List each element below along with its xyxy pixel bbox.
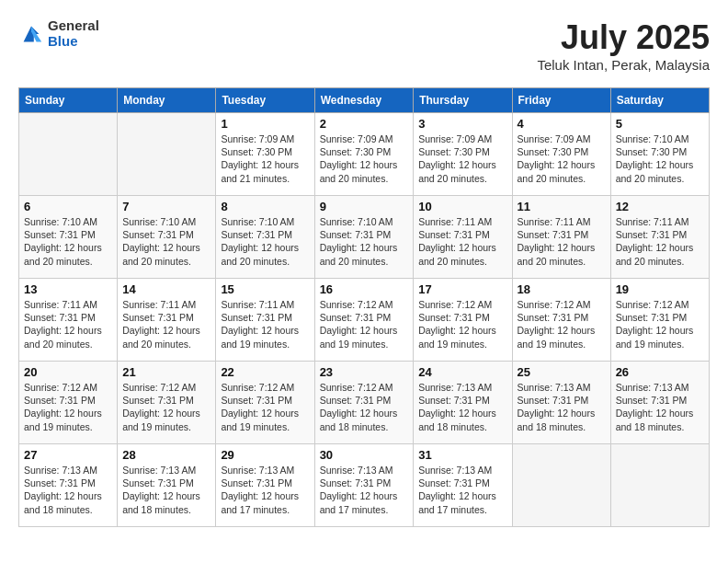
day-info: Sunrise: 7:13 AM Sunset: 7:31 PM Dayligh… [418, 464, 506, 516]
calendar-cell: 28Sunrise: 7:13 AM Sunset: 7:31 PM Dayli… [118, 444, 216, 527]
day-info: Sunrise: 7:11 AM Sunset: 7:31 PM Dayligh… [616, 215, 704, 268]
calendar-cell: 18Sunrise: 7:12 AM Sunset: 7:31 PM Dayli… [512, 279, 610, 362]
calendar-cell: 7Sunrise: 7:10 AM Sunset: 7:31 PM Daylig… [118, 196, 216, 279]
day-info: Sunrise: 7:13 AM Sunset: 7:31 PM Dayligh… [24, 464, 112, 516]
calendar-week-row: 27Sunrise: 7:13 AM Sunset: 7:31 PM Dayli… [19, 444, 710, 527]
day-number: 5 [616, 117, 704, 131]
day-info: Sunrise: 7:10 AM Sunset: 7:31 PM Dayligh… [221, 215, 309, 268]
weekday-header-sunday: Sunday [19, 88, 118, 113]
day-number: 18 [518, 282, 606, 296]
day-number: 12 [616, 200, 704, 213]
calendar-cell: 4Sunrise: 7:09 AM Sunset: 7:30 PM Daylig… [512, 113, 610, 196]
day-number: 9 [320, 200, 409, 213]
day-number: 3 [418, 117, 506, 131]
day-number: 7 [122, 200, 210, 213]
day-number: 6 [24, 200, 112, 213]
calendar-cell: 16Sunrise: 7:12 AM Sunset: 7:31 PM Dayli… [314, 279, 414, 362]
calendar-cell [19, 113, 118, 196]
calendar-cell: 31Sunrise: 7:13 AM Sunset: 7:31 PM Dayli… [414, 444, 512, 527]
day-number: 19 [616, 282, 704, 296]
calendar-week-row: 6Sunrise: 7:10 AM Sunset: 7:31 PM Daylig… [19, 196, 710, 279]
calendar-cell: 2Sunrise: 7:09 AM Sunset: 7:30 PM Daylig… [314, 113, 414, 196]
weekday-header-friday: Friday [512, 88, 610, 113]
day-info: Sunrise: 7:12 AM Sunset: 7:31 PM Dayligh… [221, 381, 309, 433]
calendar-cell: 13Sunrise: 7:11 AM Sunset: 7:31 PM Dayli… [19, 279, 118, 362]
day-number: 24 [418, 365, 506, 379]
day-number: 2 [320, 117, 409, 131]
day-info: Sunrise: 7:10 AM Sunset: 7:30 PM Dayligh… [616, 132, 704, 185]
calendar-cell: 20Sunrise: 7:12 AM Sunset: 7:31 PM Dayli… [19, 362, 118, 444]
day-info: Sunrise: 7:10 AM Sunset: 7:31 PM Dayligh… [320, 215, 409, 268]
day-info: Sunrise: 7:12 AM Sunset: 7:31 PM Dayligh… [418, 298, 506, 350]
calendar-cell: 15Sunrise: 7:11 AM Sunset: 7:31 PM Dayli… [216, 279, 314, 362]
day-info: Sunrise: 7:09 AM Sunset: 7:30 PM Dayligh… [518, 132, 606, 185]
day-number: 11 [518, 200, 606, 213]
calendar-table: SundayMondayTuesdayWednesdayThursdayFrid… [18, 87, 710, 527]
calendar-cell: 24Sunrise: 7:13 AM Sunset: 7:31 PM Dayli… [414, 362, 512, 444]
day-number: 30 [320, 448, 409, 462]
calendar-cell: 25Sunrise: 7:13 AM Sunset: 7:31 PM Dayli… [512, 362, 610, 444]
title-area: July 2025 Teluk Intan, Perak, Malaysia [537, 18, 710, 73]
calendar-cell: 17Sunrise: 7:12 AM Sunset: 7:31 PM Dayli… [414, 279, 512, 362]
day-number: 14 [122, 282, 210, 296]
day-info: Sunrise: 7:13 AM Sunset: 7:31 PM Dayligh… [418, 381, 506, 433]
month-title: July 2025 [537, 18, 710, 57]
day-number: 4 [518, 117, 606, 131]
day-number: 22 [221, 365, 309, 379]
calendar-week-row: 1Sunrise: 7:09 AM Sunset: 7:30 PM Daylig… [19, 113, 710, 196]
day-number: 16 [320, 282, 409, 296]
calendar-cell [118, 113, 216, 196]
day-info: Sunrise: 7:12 AM Sunset: 7:31 PM Dayligh… [616, 298, 704, 350]
calendar-cell: 10Sunrise: 7:11 AM Sunset: 7:31 PM Dayli… [414, 196, 512, 279]
day-info: Sunrise: 7:11 AM Sunset: 7:31 PM Dayligh… [221, 298, 309, 350]
calendar-cell: 30Sunrise: 7:13 AM Sunset: 7:31 PM Dayli… [314, 444, 414, 527]
weekday-header-row: SundayMondayTuesdayWednesdayThursdayFrid… [19, 88, 710, 113]
calendar-cell: 5Sunrise: 7:10 AM Sunset: 7:30 PM Daylig… [610, 113, 709, 196]
calendar-cell: 8Sunrise: 7:10 AM Sunset: 7:31 PM Daylig… [216, 196, 314, 279]
calendar-week-row: 13Sunrise: 7:11 AM Sunset: 7:31 PM Dayli… [19, 279, 710, 362]
weekday-header-wednesday: Wednesday [314, 88, 414, 113]
logo-text: General Blue [48, 18, 99, 49]
calendar-cell: 11Sunrise: 7:11 AM Sunset: 7:31 PM Dayli… [512, 196, 610, 279]
day-info: Sunrise: 7:09 AM Sunset: 7:30 PM Dayligh… [221, 132, 309, 185]
day-info: Sunrise: 7:11 AM Sunset: 7:31 PM Dayligh… [418, 215, 506, 268]
day-number: 21 [122, 365, 210, 379]
weekday-header-saturday: Saturday [610, 88, 709, 113]
day-number: 17 [418, 282, 506, 296]
day-info: Sunrise: 7:13 AM Sunset: 7:31 PM Dayligh… [221, 464, 309, 516]
calendar-cell: 9Sunrise: 7:10 AM Sunset: 7:31 PM Daylig… [314, 196, 414, 279]
day-number: 20 [24, 365, 112, 379]
calendar-cell [610, 444, 709, 527]
day-number: 27 [24, 448, 112, 462]
weekday-header-thursday: Thursday [414, 88, 512, 113]
day-info: Sunrise: 7:13 AM Sunset: 7:31 PM Dayligh… [320, 464, 409, 516]
day-number: 23 [320, 365, 409, 379]
day-number: 31 [418, 448, 506, 462]
day-number: 10 [418, 200, 506, 213]
day-info: Sunrise: 7:12 AM Sunset: 7:31 PM Dayligh… [320, 298, 409, 350]
calendar-cell: 21Sunrise: 7:12 AM Sunset: 7:31 PM Dayli… [118, 362, 216, 444]
day-info: Sunrise: 7:13 AM Sunset: 7:31 PM Dayligh… [616, 381, 704, 433]
day-info: Sunrise: 7:10 AM Sunset: 7:31 PM Dayligh… [122, 215, 210, 268]
calendar-cell: 26Sunrise: 7:13 AM Sunset: 7:31 PM Dayli… [610, 362, 709, 444]
weekday-header-tuesday: Tuesday [216, 88, 314, 113]
day-info: Sunrise: 7:10 AM Sunset: 7:31 PM Dayligh… [24, 215, 112, 268]
day-info: Sunrise: 7:11 AM Sunset: 7:31 PM Dayligh… [518, 215, 606, 268]
logo-line2: Blue [48, 34, 99, 50]
calendar-week-row: 20Sunrise: 7:12 AM Sunset: 7:31 PM Dayli… [19, 362, 710, 444]
calendar-cell: 3Sunrise: 7:09 AM Sunset: 7:30 PM Daylig… [414, 113, 512, 196]
calendar-cell: 12Sunrise: 7:11 AM Sunset: 7:31 PM Dayli… [610, 196, 709, 279]
day-number: 13 [24, 282, 112, 296]
day-info: Sunrise: 7:11 AM Sunset: 7:31 PM Dayligh… [122, 298, 210, 350]
logo-icon [18, 21, 44, 47]
calendar-cell: 29Sunrise: 7:13 AM Sunset: 7:31 PM Dayli… [216, 444, 314, 527]
page-header: General Blue July 2025 Teluk Intan, Pera… [18, 18, 710, 73]
calendar-cell: 6Sunrise: 7:10 AM Sunset: 7:31 PM Daylig… [19, 196, 118, 279]
logo-line1: General [48, 18, 99, 34]
day-number: 25 [518, 365, 606, 379]
day-info: Sunrise: 7:12 AM Sunset: 7:31 PM Dayligh… [518, 298, 606, 350]
day-number: 28 [122, 448, 210, 462]
location-title: Teluk Intan, Perak, Malaysia [537, 57, 710, 73]
day-number: 26 [616, 365, 704, 379]
day-number: 8 [221, 200, 309, 213]
